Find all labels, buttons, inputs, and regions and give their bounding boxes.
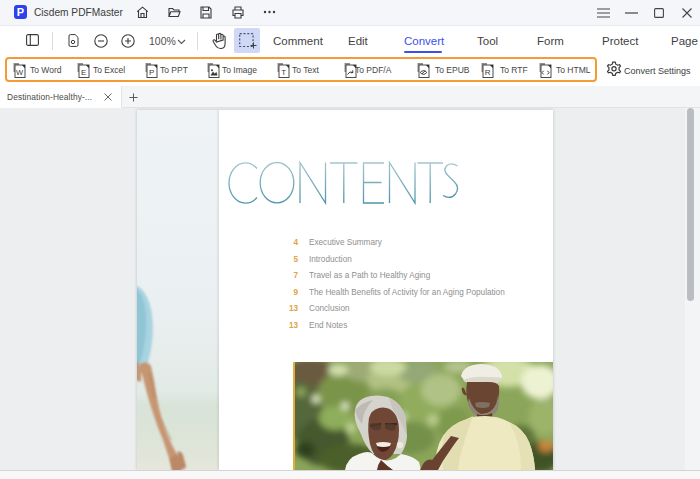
svg-text:P: P [149, 68, 154, 77]
svg-text:T: T [281, 68, 286, 77]
svg-text:E: E [81, 68, 86, 77]
svg-text:W: W [16, 68, 24, 77]
svg-text:R: R [485, 68, 491, 77]
